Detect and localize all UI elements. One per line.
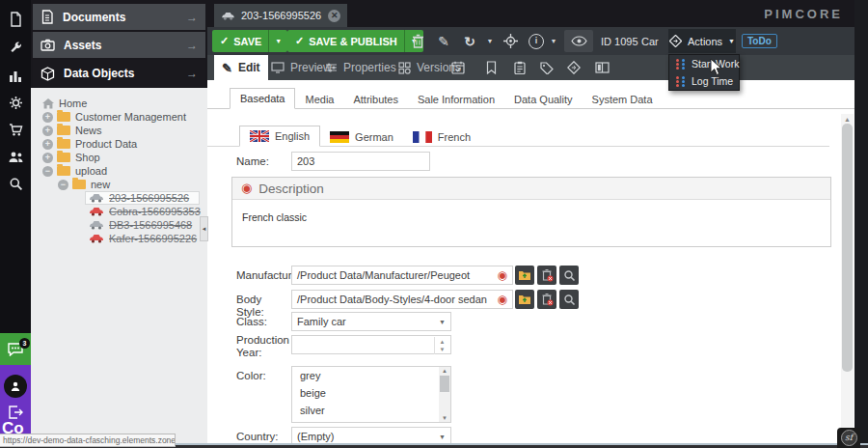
scrollbar-thumb[interactable]	[842, 124, 853, 372]
camera-icon	[41, 39, 55, 51]
listbox-scrollbar[interactable]: ▲ ▼	[439, 367, 450, 422]
tree-item-news[interactable]: + News	[42, 124, 102, 137]
tab-sale-information[interactable]: Sale Information	[408, 90, 504, 109]
logout-icon[interactable]	[8, 406, 23, 419]
production-year-spinner[interactable]: ▲▼	[291, 335, 451, 354]
locate-in-tree-button[interactable]	[498, 30, 523, 52]
actions-button[interactable]: Actions ▼	[668, 29, 736, 53]
save-button[interactable]: ✓ SAVE ▼	[212, 30, 287, 52]
notifications-button[interactable]: 3	[0, 333, 31, 365]
info-button[interactable]: i	[524, 30, 549, 52]
tree-item-203[interactable]: 203-1566995526	[89, 191, 189, 205]
reload-dropdown-caret[interactable]: ▼	[483, 30, 497, 52]
gear-icon[interactable]	[0, 91, 31, 114]
sidebar-section-assets[interactable]: Assets →	[33, 32, 205, 58]
country-select[interactable]: (Empty) ▼	[291, 427, 451, 444]
menu-item-start-work[interactable]: Start Work	[669, 55, 739, 72]
collapse-icon[interactable]: −	[42, 166, 53, 177]
tree-item-kafer[interactable]: Kafer-1566995226	[89, 232, 197, 245]
tab-lang-french[interactable]: French	[403, 127, 480, 147]
sidebar-section-data-objects[interactable]: Data Objects →	[33, 60, 205, 87]
remove-reference-button[interactable]	[537, 266, 556, 285]
cart-icon[interactable]	[0, 118, 31, 141]
tree-item-home[interactable]: Home	[42, 97, 87, 110]
notes-clipboard-icon[interactable]	[507, 58, 532, 77]
tree-item-new[interactable]: − new	[58, 178, 110, 191]
scroll-up-icon[interactable]: ▲	[439, 368, 450, 374]
bookmark-icon[interactable]	[478, 58, 503, 77]
pimcore-admin-window: 3 Co Documents → Assets → Data Objects	[0, 0, 868, 448]
vertical-scrollbar[interactable]: ▲ ▼	[841, 114, 854, 443]
color-option[interactable]: silver	[292, 402, 450, 419]
color-option[interactable]: grey	[292, 367, 450, 384]
tab-attributes[interactable]: Attributes	[343, 90, 407, 109]
file-icon[interactable]	[0, 8, 31, 31]
country-value: (Empty)	[297, 431, 439, 442]
info-dropdown-caret[interactable]: ▼	[547, 30, 560, 52]
wrench-icon[interactable]	[0, 36, 31, 59]
sidebar-section-documents[interactable]: Documents →	[33, 4, 205, 30]
folder-icon	[57, 166, 70, 176]
search-reference-button[interactable]	[559, 266, 579, 285]
save-publish-button[interactable]: ✓ SAVE & PUBLISH ▼	[287, 30, 423, 52]
save-dropdown-caret[interactable]: ▼	[268, 30, 287, 52]
remove-reference-button[interactable]	[537, 290, 556, 309]
reload-button[interactable]: ↻	[457, 30, 482, 52]
tree-item-label: Cobra-1566995353	[109, 206, 201, 217]
manufacturer-field[interactable]: /Product Data/Manufacturer/Peugeot ◉	[291, 266, 513, 285]
description-header[interactable]: ◉ Description	[232, 178, 830, 200]
arrow-right-icon: →	[186, 11, 198, 24]
user-avatar[interactable]	[4, 375, 27, 398]
tree-item-product-data[interactable]: + Product Data	[42, 137, 137, 151]
scrollbar-thumb[interactable]	[440, 376, 449, 392]
bar-chart-icon[interactable]	[0, 64, 31, 87]
tag-icon[interactable]	[534, 58, 559, 77]
expand-icon[interactable]: +	[42, 139, 53, 150]
delete-button[interactable]	[405, 30, 430, 52]
tab-lang-german[interactable]: German	[320, 127, 403, 147]
search-icon[interactable]	[0, 172, 31, 195]
tree-item-shop[interactable]: + Shop	[42, 151, 100, 164]
tab-basedata[interactable]: Basedata	[230, 88, 295, 109]
scroll-down-icon[interactable]: ▼	[439, 415, 450, 421]
tab-edit[interactable]: ✎ Edit	[214, 55, 268, 80]
users-icon[interactable]	[0, 145, 31, 168]
description-editor[interactable]: French classic	[232, 200, 830, 235]
tree-item-upload[interactable]: − upload	[42, 164, 107, 178]
expand-icon[interactable]: +	[42, 112, 53, 123]
close-icon[interactable]: ✕	[328, 10, 340, 22]
name-input[interactable]	[291, 152, 430, 171]
open-folder-button[interactable]	[515, 290, 534, 309]
tab-data-quality[interactable]: Data Quality	[504, 90, 583, 109]
menu-item-log-time[interactable]: Log Time	[669, 72, 739, 90]
expand-icon[interactable]: +	[42, 126, 53, 136]
spinner-arrows[interactable]: ▲▼	[434, 337, 449, 354]
color-option[interactable]: beige	[292, 384, 450, 402]
symfony-debug-badge[interactable]: sf	[837, 428, 860, 448]
panel-collapse-handle[interactable]: ◂	[200, 216, 208, 241]
rename-button[interactable]: ✎	[431, 30, 456, 52]
open-object-tab[interactable]: 203-1566995526 ✕	[214, 4, 347, 27]
open-folder-button[interactable]	[515, 266, 534, 285]
tree-item-label: Home	[59, 98, 87, 109]
workflow-diamond-icon[interactable]	[561, 58, 586, 77]
split-columns-icon[interactable]	[589, 58, 614, 77]
tree-item-cobra[interactable]: Cobra-1566995353	[89, 205, 201, 218]
tree-item-db3[interactable]: DB3-1566995468	[89, 218, 192, 232]
search-reference-button[interactable]	[559, 290, 579, 309]
body-style-field[interactable]: /Product Data/Body-Styles/4-door sedan ◉	[291, 290, 513, 309]
schedule-calendar-icon[interactable]	[446, 58, 471, 77]
tree-item-customer-management[interactable]: + Customer Management	[42, 110, 186, 124]
tree-item-label: new	[91, 179, 110, 190]
collapse-icon[interactable]: −	[58, 180, 68, 190]
open-preview-eye-button[interactable]	[564, 30, 593, 52]
scroll-up-icon[interactable]: ▲	[841, 116, 854, 123]
spinner-down-icon[interactable]: ▼	[440, 346, 446, 353]
tab-media[interactable]: Media	[295, 90, 343, 109]
color-listbox[interactable]: grey beige silver ▲ ▼	[291, 366, 451, 423]
expand-icon[interactable]: +	[42, 153, 53, 163]
spinner-up-icon[interactable]: ▲	[440, 338, 446, 346]
class-select[interactable]: Family car ▼	[291, 312, 451, 331]
tab-system-data[interactable]: System Data	[583, 90, 663, 109]
tab-lang-english[interactable]: English	[239, 126, 320, 147]
